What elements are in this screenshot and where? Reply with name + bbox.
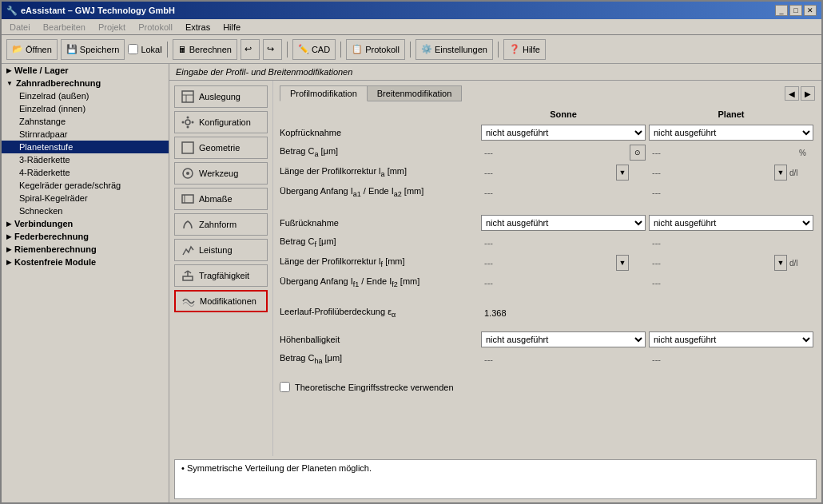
- tab-profilmodifikation[interactable]: Profilmodifikation: [280, 85, 368, 101]
- leistung-button[interactable]: Leistung: [174, 239, 268, 261]
- eingriffsstrecke-checkbox[interactable]: [280, 382, 290, 392]
- toolbar-sep-2: [287, 42, 288, 58]
- fussruecknahme-sonne-select[interactable]: nicht ausgeführt: [481, 215, 646, 231]
- sidebar-label: Welle / Lager: [14, 65, 69, 75]
- sidebar-label: Spiral-Kegelräder: [19, 193, 88, 203]
- laenge-la-planet-dropdown[interactable]: ▼: [774, 165, 787, 181]
- main-window: 🔧 eAssistant – GWJ Technology GmbH _ □ ✕…: [0, 0, 823, 504]
- kopfruecknahme-sonne-select[interactable]: nicht ausgeführt: [481, 125, 646, 141]
- auslegung-button[interactable]: Auslegung: [174, 85, 268, 108]
- hoehenballigkeit-planet-select[interactable]: nicht ausgeführt: [649, 331, 813, 347]
- modifikationen-button[interactable]: Modifikationen: [174, 290, 268, 312]
- tab-next-button[interactable]: ▶: [801, 86, 815, 101]
- uebergang-f-sonne-cell: [479, 275, 647, 291]
- tab-prev-button[interactable]: ◀: [785, 86, 799, 101]
- sidebar-item-3-raederkette[interactable]: 3-Räderkette: [2, 153, 169, 166]
- titlebar: 🔧 eAssistant – GWJ Technology GmbH _ □ ✕: [2, 2, 821, 19]
- menu-hilfe[interactable]: Hilfe: [218, 22, 245, 33]
- redo-icon: ↪: [267, 44, 274, 54]
- sidebar-item-welle-lager[interactable]: ▶ Welle / Lager: [2, 64, 169, 77]
- betrag-cf-planet-input[interactable]: [649, 235, 813, 251]
- maximize-button[interactable]: □: [789, 5, 802, 16]
- col-header-sonne: Sonne: [479, 108, 647, 121]
- konfiguration-icon: [180, 114, 196, 130]
- sidebar-item-einzelrad-innen[interactable]: Einzelrad (innen): [2, 102, 169, 115]
- sidebar-label: Einzelrad (innen): [19, 104, 85, 113]
- hoehenballigkeit-sonne-select[interactable]: nicht ausgeführt: [481, 331, 646, 347]
- sidebar-item-kostenfreie-module[interactable]: ▶ Kostenfreie Module: [2, 256, 169, 268]
- betrag-cha-sonne-cell: [479, 351, 647, 367]
- laenge-la-unit: d/l: [788, 169, 800, 177]
- laenge-la-planet-input[interactable]: [649, 165, 773, 181]
- abmasse-button[interactable]: Abmaße: [174, 188, 268, 210]
- zahnform-button[interactable]: Zahnform: [174, 213, 268, 236]
- werkzeug-button[interactable]: Werkzeug: [174, 162, 268, 185]
- laenge-lf-sonne-cell: ▼: [479, 255, 647, 271]
- cad-button[interactable]: ✏️ CAD: [292, 39, 336, 60]
- minimize-button[interactable]: _: [775, 5, 788, 16]
- sidebar-label: Zahnstange: [19, 117, 66, 126]
- window-controls[interactable]: _ □ ✕: [775, 5, 817, 16]
- menu-projekt[interactable]: Projekt: [93, 22, 130, 33]
- cad-icon: ✏️: [298, 44, 309, 54]
- uebergang-a-sonne-input[interactable]: [481, 185, 646, 200]
- laenge-lf-sonne-input[interactable]: [481, 255, 615, 271]
- sidebar-item-4-raederkette[interactable]: 4-Räderkette: [2, 166, 169, 179]
- betrag-cha-sonne-input[interactable]: [481, 351, 646, 367]
- open-button[interactable]: 📂 Öffnen: [6, 39, 58, 60]
- fussruecknahme-planet-select[interactable]: nicht ausgeführt: [649, 215, 813, 231]
- uebergang-f-sonne-input[interactable]: [481, 275, 646, 291]
- konfiguration-button[interactable]: Konfiguration: [174, 111, 268, 133]
- geometrie-button[interactable]: Geometrie: [174, 137, 268, 159]
- sidebar-item-federberechnung[interactable]: ▶ Federberechnung: [2, 230, 169, 243]
- save-button[interactable]: 💾 Speichern: [61, 39, 125, 60]
- sidebar-item-verbindungen[interactable]: ▶ Verbindungen: [2, 217, 169, 230]
- redo-button[interactable]: ↪: [263, 39, 282, 60]
- uebergang-a-planet-input[interactable]: [649, 185, 813, 200]
- sidebar-item-zahnradberechnung[interactable]: ▼ Zahnradberechnung: [2, 77, 169, 89]
- menu-datei[interactable]: Datei: [5, 22, 35, 33]
- hoehenballigkeit-planet-cell: nicht ausgeführt: [647, 331, 815, 347]
- laenge-lf-planet-input[interactable]: [649, 255, 773, 271]
- help-button[interactable]: ❓ Hilfe: [503, 39, 546, 60]
- sidebar-label: Planetenstufe: [19, 142, 73, 152]
- laenge-la-sonne-input[interactable]: [481, 165, 615, 181]
- menu-extras[interactable]: Extras: [181, 22, 215, 33]
- sidebar-item-schnecken[interactable]: Schnecken: [2, 204, 169, 217]
- sidebar-item-zahnstange[interactable]: Zahnstange: [2, 115, 169, 128]
- close-button[interactable]: ✕: [804, 5, 817, 16]
- tab-nav: ◀ ▶: [785, 86, 815, 101]
- laenge-lf-sonne-dropdown[interactable]: ▼: [616, 255, 629, 271]
- menu-bearbeiten[interactable]: Bearbeiten: [38, 22, 90, 33]
- laenge-la-sonne-dropdown[interactable]: ▼: [616, 165, 629, 181]
- laenge-lf-planet-dropdown[interactable]: ▼: [774, 255, 787, 271]
- betrag-cf-label: Betrag Cf [μm]: [280, 236, 479, 248]
- sidebar-item-planetenstufe[interactable]: Planetenstufe: [2, 141, 169, 153]
- kopfruecknahme-planet-select[interactable]: nicht ausgeführt: [649, 125, 813, 141]
- betrag-ca-planet-input[interactable]: [649, 145, 796, 161]
- sidebar-item-riemenberechnung[interactable]: ▶ Riemenberechnung: [2, 243, 169, 256]
- local-checkbox[interactable]: [128, 44, 138, 54]
- sidebar-item-stirnradpaar[interactable]: Stirnradpaar: [2, 128, 169, 141]
- tab-breitenmodifikation[interactable]: Breitenmodifikation: [367, 85, 463, 101]
- undo-button[interactable]: ↩: [241, 39, 260, 60]
- uebergang-f-planet-input[interactable]: [649, 275, 813, 291]
- sidebar: ▶ Welle / Lager ▼ Zahnradberechnung Einz…: [2, 64, 169, 502]
- leerlauf-value-cell: 1.368: [479, 307, 647, 319]
- form-row-laenge-lf: Länge der Profilkorrektur lf [mm] ▼ ▼ d/…: [280, 254, 815, 272]
- settings-button[interactable]: ⚙️ Einstellungen: [415, 39, 493, 60]
- menu-protokoll[interactable]: Protokoll: [133, 22, 177, 33]
- calc-button[interactable]: 🖩 Berechnen: [173, 39, 237, 60]
- tragfahigkeit-button[interactable]: Tragfähigkeit: [174, 264, 268, 287]
- sidebar-item-spiral-kegelraeder[interactable]: Spiral-Kegelräder: [2, 192, 169, 204]
- tragfahigkeit-icon: [180, 268, 196, 284]
- protocol-button[interactable]: 📋 Protokoll: [346, 39, 405, 60]
- betrag-cha-planet-input[interactable]: [649, 351, 813, 367]
- betrag-ca-sonne-btn[interactable]: ⊙: [630, 145, 646, 161]
- sidebar-item-kegelraeder[interactable]: Kegelräder gerade/schräg: [2, 179, 169, 192]
- leerlauf-value: 1.368: [481, 307, 510, 319]
- betrag-cf-sonne-input[interactable]: [481, 235, 646, 251]
- sidebar-item-einzelrad-aussen[interactable]: Einzelrad (außen): [2, 89, 169, 102]
- triangle-right-icon: ▶: [6, 246, 11, 253]
- betrag-ca-sonne-input[interactable]: [481, 145, 628, 161]
